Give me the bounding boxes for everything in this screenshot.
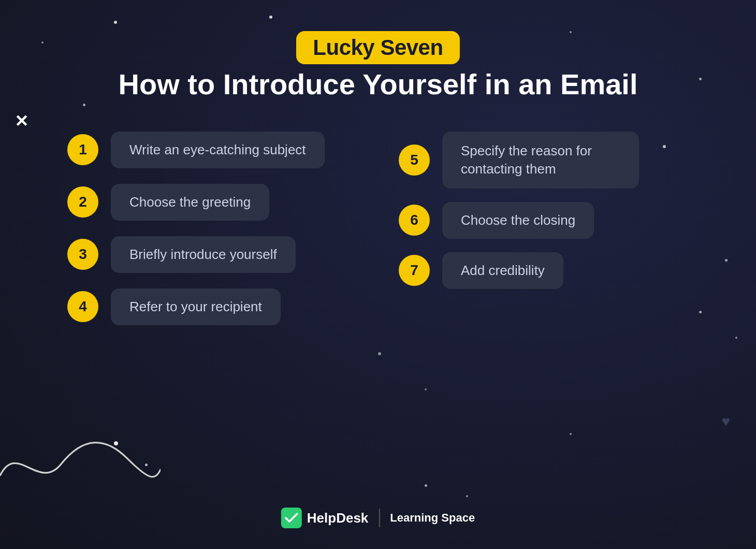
step-number-5: 5 <box>399 145 430 176</box>
step-item-5: 5 Specify the reason for contacting them <box>399 132 689 189</box>
step-label-2: Choose the greeting <box>111 184 269 221</box>
step-label-6: Choose the closing <box>442 202 594 239</box>
step-item-2: 2 Choose the greeting <box>67 184 357 221</box>
step-label-3: Briefly introduce yourself <box>111 236 296 273</box>
step-item-3: 3 Briefly introduce yourself <box>67 236 357 273</box>
header-section: Lucky Seven How to Introduce Yourself in… <box>119 31 638 100</box>
step-label-7: Add credibility <box>442 252 563 289</box>
main-title: How to Introduce Yourself in an Email <box>119 68 638 100</box>
step-number-2: 2 <box>67 186 98 218</box>
left-column: 1 Write an eye-catching subject 2 Choose… <box>67 132 378 325</box>
lucky-seven-badge: Lucky Seven <box>296 31 459 64</box>
step-item-6: 6 Choose the closing <box>399 202 689 239</box>
step-number-1: 1 <box>67 134 98 165</box>
step-number-3: 3 <box>67 239 98 270</box>
step-item-1: 1 Write an eye-catching subject <box>67 132 357 168</box>
step-number-6: 6 <box>399 205 430 236</box>
badge-text: Lucky Seven <box>313 35 443 60</box>
step-label-4: Refer to your recipient <box>111 288 281 325</box>
step-number-4: 4 <box>67 291 98 322</box>
step-number-7: 7 <box>399 255 430 286</box>
step-label-1: Write an eye-catching subject <box>111 132 325 168</box>
main-content: Lucky Seven How to Introduce Yourself in… <box>0 0 756 549</box>
step-label-5: Specify the reason for contacting them <box>442 132 639 189</box>
step-item-7: 7 Add credibility <box>399 252 689 289</box>
right-column: 5 Specify the reason for contacting them… <box>378 132 689 325</box>
step-item-4: 4 Refer to your recipient <box>67 288 357 325</box>
steps-grid: 1 Write an eye-catching subject 2 Choose… <box>67 132 689 325</box>
